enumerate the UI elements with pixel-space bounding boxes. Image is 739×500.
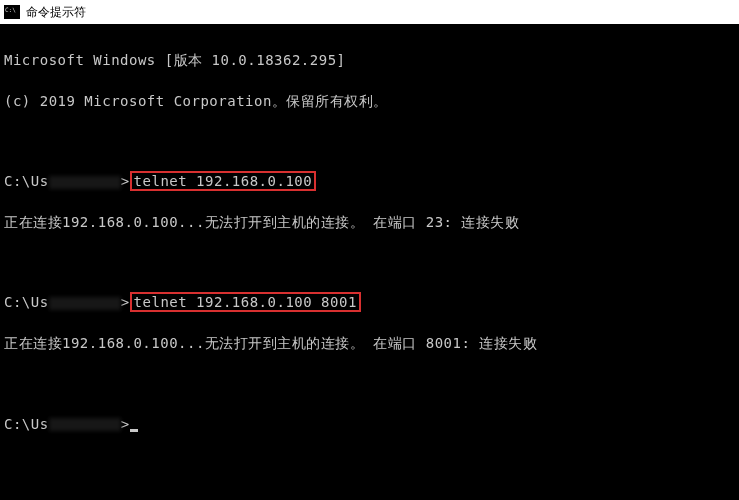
highlight-command-2: telnet 192.168.0.100 8001 xyxy=(130,292,361,312)
prompt-line-1: C:\Us>telnet 192.168.0.100 xyxy=(4,171,735,191)
redacted-user xyxy=(49,418,121,431)
prompt-prefix: C:\Us xyxy=(4,416,49,432)
cursor xyxy=(130,429,138,432)
blank-line xyxy=(4,253,735,273)
prompt-prefix: C:\Us xyxy=(4,294,49,310)
command-1: telnet 192.168.0.100 xyxy=(134,173,313,189)
prompt-suffix: > xyxy=(121,294,130,310)
terminal-output[interactable]: Microsoft Windows [版本 10.0.18362.295] (c… xyxy=(0,24,739,460)
result-2: 正在连接192.168.0.100...无法打开到主机的连接。 在端口 8001… xyxy=(4,333,735,353)
prompt-prefix: C:\Us xyxy=(4,173,49,189)
window-titlebar[interactable]: 命令提示符 xyxy=(0,0,739,24)
prompt-line-3: C:\Us> xyxy=(4,414,735,434)
blank-line xyxy=(4,131,735,151)
highlight-command-1: telnet 192.168.0.100 xyxy=(130,171,317,191)
command-2: telnet 192.168.0.100 8001 xyxy=(134,294,357,310)
blank-line xyxy=(4,374,735,394)
prompt-suffix: > xyxy=(121,416,130,432)
window-title: 命令提示符 xyxy=(26,4,86,21)
banner-version: Microsoft Windows [版本 10.0.18362.295] xyxy=(4,50,735,70)
prompt-line-2: C:\Us>telnet 192.168.0.100 8001 xyxy=(4,292,735,312)
redacted-user xyxy=(49,176,121,189)
redacted-user xyxy=(49,297,121,310)
prompt-suffix: > xyxy=(121,173,130,189)
result-1: 正在连接192.168.0.100...无法打开到主机的连接。 在端口 23: … xyxy=(4,212,735,232)
banner-copyright: (c) 2019 Microsoft Corporation。保留所有权利。 xyxy=(4,91,735,111)
cmd-icon xyxy=(4,5,20,19)
